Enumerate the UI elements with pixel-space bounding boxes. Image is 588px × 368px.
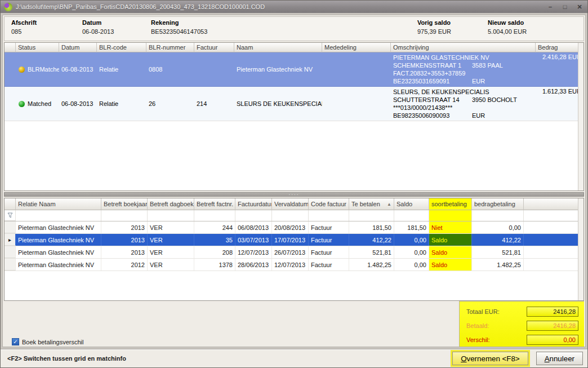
filter-cell[interactable] — [472, 210, 524, 221]
filter-row — [5, 210, 583, 221]
factnr-cell: 1378 — [194, 259, 235, 271]
row-indicator-cell — [5, 246, 16, 258]
blr-nummer-cell: 26 — [146, 87, 194, 121]
boekjaar-cell: 2012 — [101, 259, 148, 271]
soortbetaling-cell[interactable]: Saldo — [429, 246, 472, 258]
vervaldatum-cell: 17/07/2013 — [272, 234, 309, 246]
vorig-saldo-value: 975,39 EUR — [417, 28, 488, 35]
vertical-scrollbar[interactable] — [578, 43, 583, 190]
column-header-betreft-dagboek[interactable]: Betreft dagboek — [148, 198, 194, 210]
omschrijving-cell: PIETERMAN GLASTECHNIEK NV SCHEMKENSSTRAA… — [391, 52, 536, 86]
filter-cell[interactable] — [272, 210, 309, 221]
matchinfo-grid: Relatie Naam Betreft boekjaar Betreft da… — [4, 198, 584, 301]
field-vorig-saldo: Vorig saldo 975,39 EUR — [417, 19, 488, 41]
bedrag-cell: 2.416,28 EUR — [536, 52, 583, 86]
filter-cell[interactable] — [101, 210, 148, 221]
checkbox-checked-icon[interactable]: ✓ — [12, 338, 19, 345]
vorig-saldo-label: Vorig saldo — [417, 19, 488, 26]
field-afschrift: Afschrift 085 — [11, 19, 82, 41]
window-title: J:\adsolut\temp\BNP_Paribas_FortisCDA201… — [16, 3, 546, 10]
column-header-relatie-naam[interactable]: Relatie Naam — [16, 198, 101, 210]
dagboek-cell: VER — [148, 246, 194, 258]
omschrijving-line: SLEURS, DE KEUKENSPECIALIS — [393, 88, 533, 96]
boek-betalingsverschil-option[interactable]: ✓ Boek betalingsverschil — [12, 338, 83, 345]
factuurdatum-cell: 06/08/2013 — [235, 221, 272, 233]
column-header-blr-code[interactable]: BLR-code — [97, 43, 146, 52]
table-row[interactable]: Pieterman Glastechniek NV 2012 VER 1378 … — [5, 259, 583, 271]
column-header-te-betalen[interactable]: Te betalen ▲ — [349, 198, 394, 210]
table-row[interactable]: Pieterman Glastechniek NV 2013 VER 208 1… — [5, 246, 583, 259]
column-header-omschrijving[interactable]: Omschrijving — [391, 43, 536, 52]
filter-cell[interactable] — [349, 210, 394, 221]
filter-cell[interactable] — [429, 210, 472, 221]
column-header-betreft-boekjaar[interactable]: Betreft boekjaar — [101, 198, 148, 210]
vertical-scrollbar[interactable] — [578, 198, 583, 300]
table-row[interactable]: Pieterman Glastechniek NV 2013 VER 244 0… — [5, 221, 583, 234]
column-header-mededeling[interactable]: Mededeling — [322, 43, 391, 52]
filter-cell[interactable] — [16, 210, 101, 221]
table-row[interactable]: Matched 06-08-2013 Relatie 26 214 SLEURS… — [5, 87, 583, 121]
datum-cell: 06-08-2013 — [59, 52, 97, 86]
column-header-datum[interactable]: Datum — [59, 43, 97, 52]
boekjaar-cell: 2013 — [101, 234, 148, 246]
filter-cell[interactable] — [309, 210, 349, 221]
filter-cell[interactable] — [394, 210, 429, 221]
row-indicator-cell — [5, 87, 16, 121]
filter-funnel-icon — [7, 212, 13, 218]
column-header-vervaldatum[interactable]: Vervaldatum — [272, 198, 309, 210]
boekjaar-cell: 2013 — [101, 221, 148, 233]
column-header-blr-nummer[interactable]: BLR-nummer — [146, 43, 194, 52]
city: 3583 PAAL — [472, 61, 503, 69]
factnr-cell: 208 — [194, 246, 235, 258]
column-header-factuurdatum[interactable]: Factuurdatum — [235, 198, 272, 210]
column-header-bedrag[interactable]: Bedrag — [536, 43, 583, 52]
saldo-cell: 181,50 — [394, 221, 429, 233]
close-icon[interactable]: ✕ — [575, 3, 584, 11]
omschrijving-line: SCHEMKENSSTRAAT 1 3583 PAAL — [393, 61, 533, 69]
currency: EUR — [472, 77, 485, 85]
annuleer-button[interactable]: Annuleer — [536, 352, 583, 365]
city: 3950 BOCHOLT — [472, 96, 517, 104]
column-header-status[interactable]: Status — [16, 43, 59, 52]
options-area: ✓ Boek betalingsverschil — [4, 301, 459, 347]
soortbetaling-cell[interactable]: Saldo — [429, 234, 472, 246]
status-green-icon — [19, 101, 25, 107]
dagboek-cell: VER — [148, 234, 194, 246]
column-header-factuur[interactable]: Factuur — [194, 43, 234, 52]
relatie-naam-cell: Pieterman Glastechniek NV — [16, 246, 101, 258]
factuur-cell: 214 — [194, 87, 234, 121]
filter-cell[interactable] — [235, 210, 272, 221]
bedrag-cell: 1.612,33 EUR — [536, 87, 583, 121]
grid-splitter[interactable]: ∙∙∙∙ — [4, 192, 584, 197]
column-header-naam[interactable]: Naam — [234, 43, 322, 52]
status-cell: BLRMatched — [16, 52, 59, 86]
naam-cell: SLEURS DE KEUKENSPECIALIST — [234, 87, 322, 121]
statement-header: Afschrift 085 Datum 06-08-2013 Rekening … — [4, 16, 584, 41]
column-header-bedragbetaling[interactable]: bedragbetaling — [472, 198, 524, 210]
column-header-soortbetaling[interactable]: soortbetaling — [429, 198, 472, 210]
totaal-field[interactable]: 2416,28 — [527, 307, 578, 317]
minimize-icon[interactable]: – — [546, 3, 555, 11]
overnemen-button[interactable]: Overnemen <F8> — [452, 352, 528, 365]
table-row[interactable]: ▸ Pieterman Glastechniek NV 2013 VER 35 … — [5, 234, 583, 246]
status-text: Matched — [28, 100, 51, 107]
soortbetaling-cell[interactable]: Saldo — [429, 259, 472, 271]
soortbetaling-cell[interactable]: Niet — [429, 221, 472, 233]
field-nieuw-saldo: Nieuw saldo 5.004,00 EUR — [488, 19, 583, 41]
mededeling-cell — [322, 87, 391, 121]
column-header-saldo[interactable]: Saldo — [394, 198, 429, 210]
filter-cell[interactable] — [148, 210, 194, 221]
maximize-icon[interactable]: □ — [560, 3, 569, 11]
omschrijving-line: BE98235006090093 EUR — [393, 112, 533, 119]
indicator-column-header — [5, 43, 16, 52]
factnr-cell: 35 — [194, 234, 235, 246]
client-area: Afschrift 085 Datum 06-08-2013 Rekening … — [2, 15, 586, 347]
table-row[interactable]: BLRMatched 06-08-2013 Relatie 0808 Piete… — [5, 52, 583, 87]
indicator-column-header — [5, 198, 16, 210]
blr-code-cell: Relatie — [97, 52, 146, 86]
filter-cell[interactable] — [194, 210, 235, 221]
column-header-betreft-factnr[interactable]: Betreft factnr. — [194, 198, 235, 210]
column-header-code-factuur[interactable]: Code factuur — [309, 198, 349, 210]
matchinfo-grid-header: Relatie Naam Betreft boekjaar Betreft da… — [5, 198, 583, 210]
blr-code-cell: Relatie — [97, 87, 146, 121]
